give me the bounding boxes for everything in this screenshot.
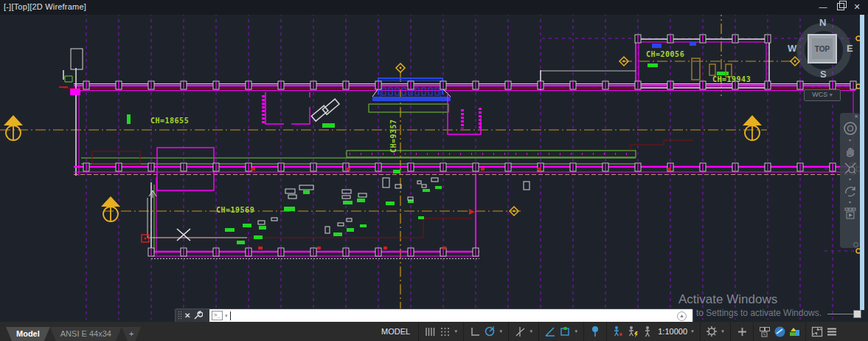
wcs-dropdown[interactable]: WCS ▾ (804, 89, 841, 101)
restore-button[interactable] (834, 1, 847, 13)
navbar-customize-icon[interactable] (853, 242, 858, 247)
tab-layout-ansi-e[interactable]: ANSI E 44x34 (50, 327, 122, 341)
viewcube-south[interactable]: S (820, 69, 827, 80)
wcs-label: WCS (812, 91, 827, 98)
chevron-down-icon: ▾ (830, 92, 833, 98)
isolate-objects-icon[interactable] (759, 326, 771, 337)
command-input[interactable]: >_ ▾ ▲ (209, 309, 692, 322)
tab-model[interactable]: Model (6, 327, 50, 341)
svg-text:CH=19943: CH=19943 (712, 75, 751, 83)
snap-mode-icon[interactable] (425, 326, 436, 337)
new-layout-button[interactable]: + (122, 327, 141, 341)
chevron-down-icon[interactable]: ▾ (689, 328, 696, 334)
command-line-bar[interactable]: ✕ >_ ▾ ▲ (175, 309, 693, 323)
watermark-line1: Activate Windows (678, 292, 777, 307)
restore-icon (837, 3, 844, 10)
horizontal-scrollbar[interactable] (827, 314, 854, 314)
chevron-down-icon[interactable]: ▾ (719, 328, 726, 334)
trusted-dwg-icon[interactable] (788, 326, 801, 337)
viewcube-north[interactable]: N (819, 17, 826, 28)
polar-tracking-icon[interactable] (484, 326, 496, 337)
title-bar: [-][Top][2D Wireframe] — ✕ (0, 0, 868, 15)
workspace-gear-icon[interactable] (706, 326, 718, 337)
chevron-down-icon[interactable]: ▾ (849, 139, 851, 142)
chevron-down-icon[interactable]: ▾ (452, 328, 459, 334)
svg-text:CH=9357: CH=9357 (389, 119, 397, 153)
command-close-icon[interactable]: ✕ (184, 311, 190, 320)
orbit-icon[interactable] (844, 185, 857, 198)
chevron-down-icon[interactable]: ▾ (572, 328, 580, 334)
close-button[interactable]: ✕ (850, 1, 864, 13)
command-bar-tools: ✕ (176, 309, 209, 322)
chevron-down-icon[interactable]: ▾ (225, 313, 228, 319)
svg-text:CH=18655: CH=18655 (150, 117, 189, 125)
ortho-mode-icon[interactable] (470, 326, 481, 337)
vertical-scrollbar[interactable] (860, 15, 864, 310)
pan-hand-icon[interactable] (844, 145, 857, 157)
autoscale-icon[interactable] (627, 326, 639, 337)
status-bar: Model ANSI E 44x34 + MODEL ▾ ▾ (0, 322, 868, 341)
navbar-close-icon[interactable]: ✕ (854, 114, 858, 120)
graphics-performance-icon[interactable] (774, 326, 786, 338)
viewcube-west[interactable]: W (788, 43, 796, 54)
object-snap-icon[interactable] (559, 326, 571, 337)
model-space-button[interactable]: MODEL (377, 327, 414, 336)
navigation-bar[interactable]: ✕ ▾ ▾ ▾ (840, 113, 860, 248)
autocad-window: CH=18655CH=19569CH=20056CH=19943CH=9357 … (0, 0, 868, 341)
scrollbar-handle[interactable] (853, 310, 861, 318)
minimize-button[interactable]: — (816, 1, 830, 13)
svg-text:CH=20056: CH=20056 (646, 50, 684, 58)
object-snap-tracking-icon[interactable] (544, 326, 556, 337)
layout-tabs: Model ANSI E 44x34 + (0, 322, 141, 341)
viewcube[interactable]: TOP N S W E (795, 21, 853, 79)
fullscreen-icon[interactable] (811, 326, 823, 337)
svg-text:CH=19569: CH=19569 (216, 206, 254, 214)
steering-wheel-icon[interactable] (843, 121, 858, 136)
annotation-scale-value[interactable]: 1:10000 (655, 327, 689, 336)
annotation-visibility-icon[interactable] (612, 326, 624, 337)
annotation-scale-icon[interactable] (642, 326, 653, 337)
zoom-icon[interactable] (844, 162, 857, 175)
text-cursor (230, 311, 231, 320)
wrench-icon[interactable] (193, 311, 203, 320)
status-bar-controls: MODEL ▾ ▾ ▾ (373, 322, 843, 341)
recent-commands-icon[interactable]: ▲ (677, 311, 687, 321)
isometric-drafting-icon[interactable] (515, 326, 526, 337)
chevron-down-icon[interactable]: ▾ (849, 201, 851, 204)
customization-menu-icon[interactable] (826, 327, 838, 337)
plus-icon[interactable] (737, 326, 748, 337)
watermark-line2: to Settings to activate Windows. (696, 308, 822, 318)
drawing-canvas[interactable]: CH=18655CH=19569CH=20056CH=19943CH=9357 (0, 0, 868, 341)
showmotion-icon[interactable] (844, 207, 857, 219)
chevron-down-icon[interactable]: ▾ (527, 328, 535, 334)
command-prompt-icon[interactable]: >_ (212, 311, 223, 320)
lineweight-pin-icon[interactable] (591, 326, 600, 337)
chevron-down-icon[interactable]: ▾ (849, 178, 851, 182)
grid-display-icon[interactable] (440, 326, 451, 337)
viewcube-face-top[interactable]: TOP (808, 34, 837, 63)
viewport-label[interactable]: [-][Top][2D Wireframe] (4, 2, 86, 11)
chevron-down-icon[interactable]: ▾ (497, 328, 504, 334)
viewcube-face-label: TOP (815, 45, 830, 53)
drag-grip-icon[interactable] (178, 311, 181, 320)
viewcube-east[interactable]: E (847, 43, 853, 54)
